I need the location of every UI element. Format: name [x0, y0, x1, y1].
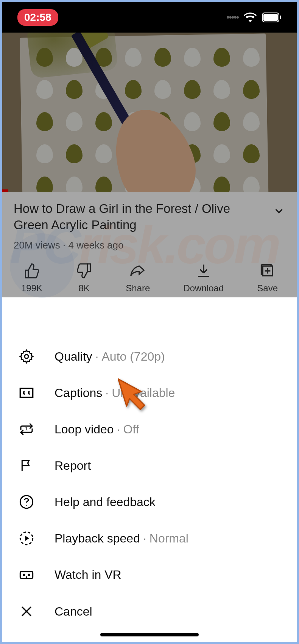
recording-time-pill: 02:58 [17, 9, 58, 26]
chevron-down-icon[interactable] [273, 205, 285, 219]
save-button[interactable]: Save [257, 263, 278, 294]
dim-overlay [2, 33, 297, 192]
dislike-count: 8K [78, 283, 89, 294]
quality-value: Auto (720p) [101, 350, 165, 363]
speed-icon [17, 531, 36, 546]
options-sheet: Quality·Auto (720p) Captions·Unavailable… [2, 338, 297, 642]
menu-captions[interactable]: Captions·Unavailable [2, 375, 297, 411]
status-bar: 02:58 ••••• [2, 2, 297, 33]
close-icon [17, 604, 36, 619]
cellular-dots-icon: ••••• [226, 12, 238, 23]
battery-icon [262, 13, 282, 22]
home-indicator[interactable] [100, 633, 199, 636]
speed-value: Normal [150, 531, 188, 545]
menu-quality[interactable]: Quality·Auto (720p) [2, 338, 297, 375]
captions-label: Captions [55, 386, 102, 400]
report-label: Report [55, 459, 91, 473]
upload-age: 4 weeks ago [69, 239, 124, 251]
video-title[interactable]: How to Draw a Girl in the Forest / Olive… [14, 201, 265, 233]
svg-rect-5 [20, 388, 33, 397]
menu-playback-speed[interactable]: Playback speed·Normal [2, 520, 297, 556]
menu-vr[interactable]: Watch in VR [2, 556, 297, 593]
like-count: 199K [21, 283, 42, 294]
like-button[interactable]: 199K [21, 263, 42, 294]
share-button[interactable]: Share [126, 263, 150, 294]
gear-icon [17, 349, 36, 364]
download-label: Download [183, 283, 224, 294]
menu-help[interactable]: Help and feedback [2, 484, 297, 520]
vr-label: Watch in VR [55, 568, 121, 582]
view-count: 20M views [14, 239, 60, 251]
svg-rect-2 [280, 16, 281, 19]
help-icon [17, 494, 36, 510]
share-label: Share [126, 283, 150, 294]
status-right: ••••• [226, 12, 282, 23]
svg-rect-1 [263, 14, 278, 21]
svg-point-11 [23, 574, 25, 577]
save-label: Save [257, 283, 278, 294]
svg-point-4 [25, 355, 28, 358]
video-meta: 20M views · 4 weeks ago [14, 239, 285, 251]
help-label: Help and feedback [55, 495, 156, 509]
cc-icon [17, 385, 36, 400]
svg-marker-9 [25, 536, 29, 541]
speed-label: Playback speed [55, 531, 140, 545]
video-player[interactable] [2, 33, 297, 192]
video-info-panel: How to Draw a Girl in the Forest / Olive… [2, 192, 297, 297]
captions-value: Unavailable [112, 386, 175, 400]
download-button[interactable]: Download [183, 263, 224, 294]
flag-icon [17, 458, 36, 473]
wifi-icon [244, 13, 257, 22]
menu-report[interactable]: Report [2, 447, 297, 484]
vr-icon [17, 567, 36, 582]
menu-loop[interactable]: 1 Loop video·Off [2, 411, 297, 447]
loop-value: Off [123, 422, 139, 436]
dislike-button[interactable]: 8K [76, 263, 92, 294]
cancel-label: Cancel [55, 605, 92, 619]
loop-label: Loop video [55, 422, 114, 436]
svg-text:1: 1 [25, 426, 28, 431]
svg-point-12 [28, 574, 30, 577]
loop-icon: 1 [17, 422, 36, 437]
quality-label: Quality [55, 350, 92, 363]
